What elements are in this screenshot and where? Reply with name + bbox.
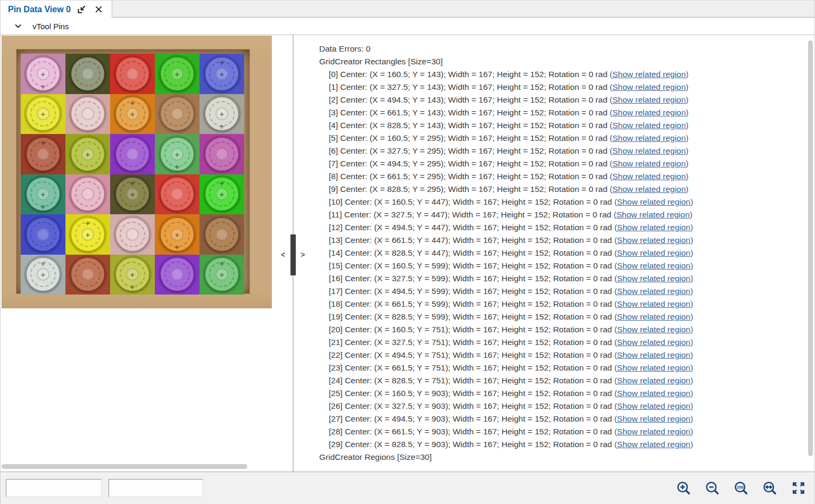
show-related-region-link[interactable]: Show related region bbox=[617, 299, 691, 308]
rectangle-entry: [26] Center: (X = 327.5; Y = 903); Width… bbox=[319, 400, 814, 413]
show-related-region-link[interactable]: Show related region bbox=[617, 210, 690, 219]
show-related-region: (Show related region) bbox=[608, 82, 689, 91]
data-output-panel: Data Errors: 0 GridCreator Rectangles [S… bbox=[294, 35, 814, 472]
cap-tile bbox=[21, 214, 65, 255]
rectangle-entry: [15] Center: (X = 160.5; Y = 599); Width… bbox=[319, 259, 814, 272]
show-related-region-link[interactable]: Show related region bbox=[617, 197, 691, 206]
rectangle-entry-text: [13] Center: (X = 661.5; Y = 447); Width… bbox=[329, 236, 612, 245]
rectangle-entry: [1] Center: (X = 327.5; Y = 143); Width … bbox=[319, 81, 814, 94]
rectangle-entry: [9] Center: (X = 828.5; Y = 295); Width … bbox=[319, 183, 814, 196]
rectangle-entry-text: [16] Center: (X = 327.5; Y = 599); Width… bbox=[329, 274, 612, 283]
plus-mark: + bbox=[220, 190, 224, 198]
rectangle-entry: [28] Center: (X = 661.5; Y = 903); Width… bbox=[319, 425, 814, 438]
plus-mark: + bbox=[41, 139, 46, 147]
cap-tile: + bbox=[21, 134, 65, 174]
cap-tile: ++ bbox=[155, 214, 199, 255]
chevron-down-icon[interactable] bbox=[12, 20, 24, 32]
caps-image[interactable]: ++++++++++++++++++++++++++++++ bbox=[2, 36, 272, 308]
show-related-region-link[interactable]: Show related region bbox=[617, 401, 691, 410]
show-related-region-link[interactable]: Show related region bbox=[612, 82, 686, 91]
plus-mark: + bbox=[41, 110, 46, 118]
zoom-out-icon[interactable] bbox=[704, 480, 721, 497]
rectangle-entry: [4] Center: (X = 828.5; Y = 143); Width … bbox=[319, 119, 814, 132]
rectangle-entry: [2] Center: (X = 494.5; Y = 143); Width … bbox=[319, 94, 814, 106]
show-related-region-link[interactable]: Show related region bbox=[617, 248, 691, 257]
show-related-region: (Show related region) bbox=[612, 389, 693, 398]
show-related-region: (Show related region) bbox=[612, 401, 693, 410]
collapse-left-button[interactable]: < bbox=[278, 249, 288, 261]
expand-right-button[interactable]: > bbox=[298, 249, 307, 261]
vtool-pins-header: vTool Pins bbox=[1, 18, 814, 35]
show-related-region-link[interactable]: Show related region bbox=[617, 223, 691, 232]
rectangle-entry: [22] Center: (X = 494.5; Y = 751); Width… bbox=[319, 349, 814, 362]
show-related-region-link[interactable]: Show related region bbox=[612, 121, 686, 130]
plus-mark: + bbox=[130, 179, 135, 187]
rectangle-entry-text: [14] Center: (X = 828.5; Y = 447); Width… bbox=[329, 248, 612, 257]
plus-mark: + bbox=[130, 283, 135, 291]
rectangle-entry-text: [7] Center: (X = 494.5; Y = 295); Width … bbox=[329, 159, 608, 168]
show-related-region-link[interactable]: Show related region bbox=[617, 440, 691, 449]
show-related-region-link[interactable]: Show related region bbox=[612, 70, 686, 79]
splitter-handle[interactable] bbox=[290, 234, 296, 275]
show-related-region-link[interactable]: Show related region bbox=[612, 184, 686, 194]
show-related-region-link[interactable]: Show related region bbox=[612, 108, 686, 117]
show-related-region-link[interactable]: Show related region bbox=[612, 172, 686, 181]
svg-text:100: 100 bbox=[737, 485, 744, 490]
cap-tile: ++ bbox=[199, 54, 244, 94]
plus-mark: + bbox=[220, 70, 224, 78]
plus-mark: + bbox=[175, 70, 180, 78]
zoom-fit-width-icon[interactable] bbox=[761, 480, 778, 497]
show-related-region-link[interactable]: Show related region bbox=[617, 338, 691, 347]
rectangle-entry-text: [25] Center: (X = 160.5; Y = 903); Width… bbox=[329, 389, 612, 398]
close-tab-icon[interactable] bbox=[93, 4, 105, 15]
zoom-in-icon[interactable] bbox=[675, 480, 692, 497]
fit-screen-icon[interactable] bbox=[790, 480, 807, 497]
show-related-region-link[interactable]: Show related region bbox=[617, 325, 691, 334]
show-related-region-link[interactable]: Show related region bbox=[617, 427, 691, 436]
show-related-region-link[interactable]: Show related region bbox=[617, 363, 691, 372]
cap-tile: ++ bbox=[21, 54, 65, 94]
tab-pin-data-view-0[interactable]: Pin Data View 0 bbox=[1, 1, 112, 18]
show-related-region-link[interactable]: Show related region bbox=[617, 389, 691, 398]
rectangle-entry-text: [21] Center: (X = 327.5; Y = 751); Width… bbox=[329, 338, 612, 347]
cap-tile bbox=[199, 214, 244, 255]
plus-mark: + bbox=[175, 243, 180, 251]
show-related-region-link[interactable]: Show related region bbox=[612, 146, 686, 155]
bottle-cap bbox=[205, 138, 238, 171]
plus-mark: + bbox=[130, 190, 135, 198]
show-related-region-link[interactable]: Show related region bbox=[612, 133, 686, 142]
show-related-region-link[interactable]: Show related region bbox=[617, 312, 691, 321]
rectangle-entry-text: [18] Center: (X = 661.5; Y = 599); Width… bbox=[329, 299, 612, 308]
cap-tile bbox=[65, 54, 110, 94]
vertical-scrollbar-thumb[interactable] bbox=[808, 40, 813, 456]
cap-tile bbox=[65, 174, 110, 215]
plus-mark: + bbox=[220, 179, 224, 187]
rectangle-entry-text: [0] Center: (X = 160.5; Y = 143); Width … bbox=[329, 70, 608, 79]
show-related-region-link[interactable]: Show related region bbox=[617, 350, 691, 359]
rectangle-entry: [14] Center: (X = 828.5; Y = 447); Width… bbox=[319, 247, 814, 259]
plus-mark: + bbox=[86, 219, 90, 227]
dock-window-icon[interactable] bbox=[76, 4, 88, 15]
show-related-region-link[interactable]: Show related region bbox=[617, 261, 691, 270]
rectangle-entry-text: [20] Center: (X = 160.5; Y = 751); Width… bbox=[329, 325, 612, 334]
horizontal-scrollbar-thumb[interactable] bbox=[2, 464, 247, 469]
show-related-region-link[interactable]: Show related region bbox=[617, 287, 691, 296]
show-related-region-link[interactable]: Show related region bbox=[617, 274, 691, 283]
show-related-region-link[interactable]: Show related region bbox=[617, 236, 691, 245]
plus-mark: + bbox=[130, 110, 135, 118]
bottle-cap bbox=[27, 218, 60, 251]
bottle-cap bbox=[71, 57, 104, 90]
show-related-region-link[interactable]: Show related region bbox=[612, 159, 686, 168]
bottle-cap bbox=[116, 218, 149, 251]
show-related-region-link[interactable]: Show related region bbox=[612, 95, 686, 104]
show-related-region: (Show related region) bbox=[608, 184, 689, 194]
zoom-100-icon[interactable]: 100 bbox=[733, 480, 750, 497]
show-related-region-link[interactable]: Show related region bbox=[617, 376, 691, 385]
show-related-region-link[interactable]: Show related region bbox=[617, 414, 691, 423]
bottle-cap bbox=[161, 258, 194, 291]
cap-tile: + bbox=[155, 54, 199, 94]
plus-mark: + bbox=[41, 190, 46, 198]
regions-header-line: GridCreator Regions [Size=30] bbox=[319, 451, 814, 464]
bottle-cap bbox=[71, 97, 104, 130]
rectangle-entry: [25] Center: (X = 160.5; Y = 903); Width… bbox=[319, 387, 814, 400]
